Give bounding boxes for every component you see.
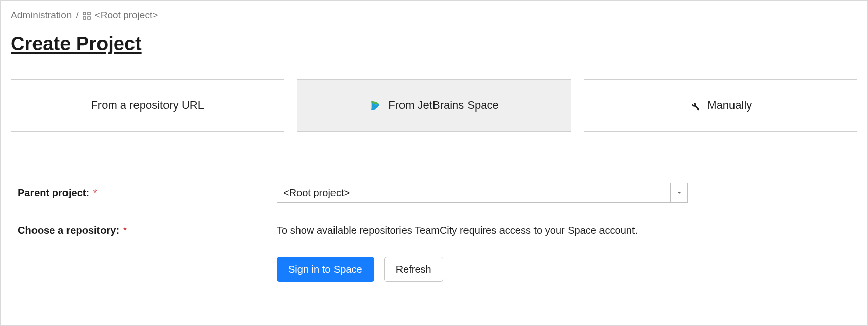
parent-project-value: <Root project> [277, 183, 670, 202]
breadcrumb: Administration / <Root project> [11, 10, 857, 21]
tab-manually[interactable]: Manually [584, 79, 857, 132]
create-project-panel: Administration / <Root project> Create P… [0, 0, 868, 326]
form-divider [11, 212, 857, 212]
breadcrumb-root-project[interactable]: <Root project> [83, 10, 158, 21]
breadcrumb-separator: / [76, 10, 78, 21]
breadcrumb-root-label: <Root project> [95, 10, 158, 21]
repository-helper-text: To show available repositories TeamCity … [277, 225, 857, 236]
required-asterisk: * [93, 187, 97, 198]
svg-rect-0 [83, 12, 86, 15]
jetbrains-space-icon [369, 99, 381, 112]
parent-project-row: Parent project: * <Root project> [11, 176, 857, 209]
svg-rect-3 [88, 17, 90, 19]
tab-from-repository-url[interactable]: From a repository URL [11, 79, 284, 132]
tab-from-jetbrains-space[interactable]: From JetBrains Space [297, 79, 571, 132]
wrench-icon [689, 100, 700, 111]
create-method-tabs: From a repository URL From JetBrains Spa… [11, 79, 857, 132]
parent-project-label-text: Parent project: [18, 187, 89, 198]
repository-buttons: Sign in to Space Refresh [277, 257, 857, 282]
svg-rect-1 [88, 12, 90, 15]
sign-in-to-space-button[interactable]: Sign in to Space [277, 257, 374, 282]
choose-repository-label: Choose a repository: * [18, 225, 277, 236]
parent-project-select[interactable]: <Root project> [277, 183, 688, 203]
breadcrumb-administration-link[interactable]: Administration [11, 10, 72, 21]
tab-from-jetbrains-space-label: From JetBrains Space [388, 99, 499, 112]
project-grid-icon [83, 11, 91, 19]
tab-from-repository-url-label: From a repository URL [91, 99, 204, 112]
choose-repository-row: Choose a repository: * To show available… [11, 219, 857, 242]
chevron-down-icon [676, 190, 682, 196]
page-title: Create Project [11, 33, 142, 55]
refresh-button[interactable]: Refresh [384, 257, 443, 282]
choose-repository-label-text: Choose a repository: [18, 225, 119, 236]
tab-manually-label: Manually [707, 99, 752, 112]
parent-project-label: Parent project: * [18, 187, 277, 199]
parent-project-caret[interactable] [670, 183, 687, 202]
svg-rect-2 [83, 17, 86, 19]
required-asterisk: * [123, 225, 127, 236]
